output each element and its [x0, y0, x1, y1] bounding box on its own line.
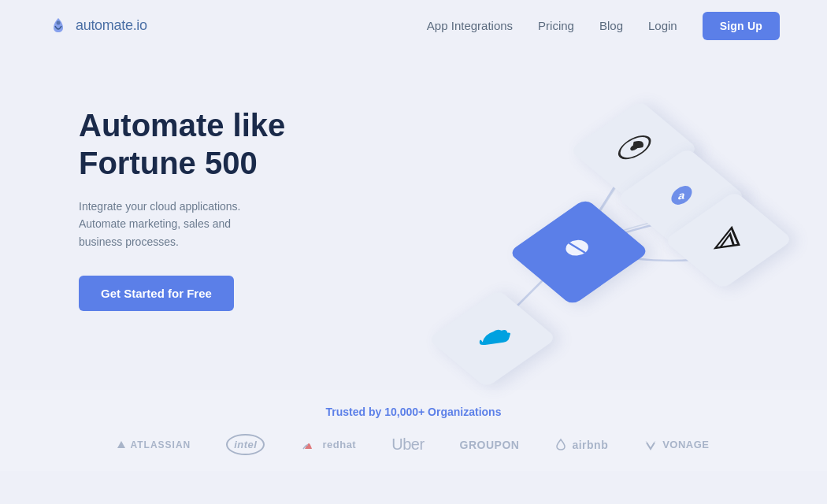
- nav-blog[interactable]: Blog: [599, 19, 623, 32]
- redhat-text: redhat: [322, 439, 356, 450]
- trust-logo-intel: intel: [226, 434, 265, 455]
- hero-subtitle: Integrate your cloud applications. Autom…: [79, 198, 268, 250]
- nav-login[interactable]: Login: [648, 19, 677, 32]
- groupon-text: GROUPON: [460, 439, 520, 451]
- trust-logo-vonage: VONAGE: [643, 438, 709, 452]
- trust-label: Trusted by 10,000+ Organizations: [0, 406, 827, 418]
- trust-logo-groupon: GROUPON: [460, 439, 520, 451]
- nav-app-integrations[interactable]: App Integrations: [427, 19, 513, 32]
- nav-links: App Integrations Pricing Blog Login Sign…: [427, 12, 780, 40]
- atlassian-text: ATLASSIAN: [130, 439, 191, 450]
- trust-logo-atlassian: ATLASSIAN: [117, 439, 191, 450]
- tile-bottom: [428, 289, 557, 387]
- hero-section: Automate like Fortune 500 Integrate your…: [0, 51, 827, 390]
- signup-button[interactable]: Sign Up: [703, 12, 780, 40]
- atlassian-icon: [117, 441, 125, 448]
- hero-text: Automate like Fortune 500 Integrate your…: [79, 75, 347, 311]
- svg-point-0: [57, 20, 61, 24]
- logo-text: automate.io: [76, 17, 147, 34]
- trust-logo-airbnb: airbnb: [554, 438, 608, 452]
- vonage-text: VONAGE: [662, 439, 709, 450]
- iso-scene: a: [378, 83, 788, 398]
- logo[interactable]: automate.io: [47, 15, 147, 37]
- redhat-icon: [300, 438, 317, 452]
- tile-right2-icon: [710, 223, 747, 258]
- tile-center: [508, 198, 649, 306]
- uber-text: Uber: [391, 435, 424, 454]
- vonage-icon: [643, 438, 658, 452]
- trust-logos: ATLASSIAN intel redhat Uber GROUPON airb: [0, 434, 827, 455]
- tile-bottom-icon: [472, 323, 513, 354]
- trust-logo-uber: Uber: [391, 435, 424, 454]
- airbnb-text: airbnb: [572, 439, 608, 451]
- intel-text: intel: [234, 439, 257, 450]
- trust-logo-redhat: redhat: [300, 438, 356, 452]
- tile-top-icon: [613, 130, 655, 170]
- cta-button[interactable]: Get Started for Free: [79, 276, 234, 311]
- nav-pricing[interactable]: Pricing: [538, 19, 574, 32]
- airbnb-icon: [554, 438, 567, 452]
- navbar: automate.io App Integrations Pricing Blo…: [0, 0, 827, 51]
- hero-title: Automate like Fortune 500: [79, 106, 347, 182]
- tile-right1-icon: a: [664, 180, 699, 213]
- hero-illustration: a: [347, 75, 764, 406]
- tile-center-icon: [560, 233, 598, 270]
